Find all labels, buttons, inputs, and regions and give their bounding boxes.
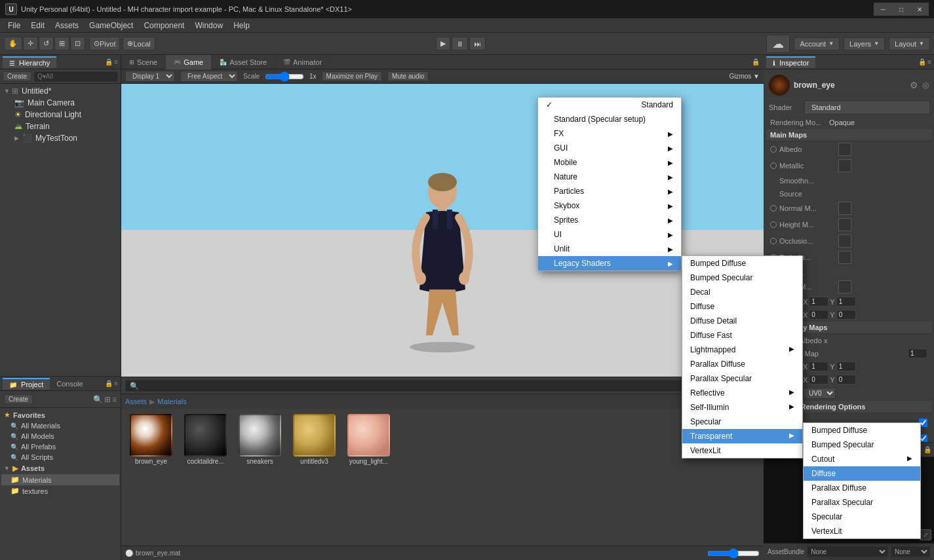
project-tab[interactable]: 📁 Project	[3, 378, 50, 390]
diffuse-detail-item[interactable]: Diffuse Detail	[682, 314, 802, 328]
shader-standard-item[interactable]: ✓ Standard	[538, 98, 681, 112]
tree-item-untitled[interactable]: ▼ ⊞ Untitled*	[1, 85, 119, 97]
hierarchy-menu[interactable]: ≡	[114, 58, 118, 65]
tiling2-y-input[interactable]	[836, 362, 856, 371]
console-tab[interactable]: Console	[50, 379, 89, 389]
inspector-menu[interactable]: ≡	[927, 58, 931, 65]
materials-folder[interactable]: 📁 Materials	[1, 474, 119, 485]
tree-item-directionallight[interactable]: ☀ Directional Light	[1, 109, 119, 121]
tiling-y-input[interactable]	[836, 297, 856, 307]
scale-slider[interactable]	[265, 73, 304, 81]
cloud-button[interactable]: ☁	[766, 35, 790, 53]
favorites-folder[interactable]: ★ Favorites	[1, 409, 119, 420]
shader-nature-item[interactable]: Nature ▶	[538, 170, 681, 184]
transparent-parallax-diffuse-item[interactable]: Parallax Diffuse	[804, 481, 920, 495]
material-select-btn[interactable]: ◎	[922, 81, 929, 90]
parallax-diffuse-item[interactable]: Parallax Diffuse	[682, 357, 802, 371]
preview-lock[interactable]: 🔒	[924, 446, 931, 453]
shader-skybox-item[interactable]: Skybox ▶	[538, 198, 681, 213]
offset2-x-input[interactable]	[809, 375, 828, 384]
inspector-tab[interactable]: ℹ Inspector	[766, 56, 815, 68]
step-button[interactable]: ⏭	[469, 37, 486, 50]
create-button[interactable]: Create	[3, 71, 31, 81]
scale-tool[interactable]: ⊞	[54, 37, 69, 50]
asset-search-input[interactable]	[125, 380, 739, 392]
all-prefabs-item[interactable]: 🔍 All Prefabs	[1, 441, 119, 452]
game-tab[interactable]: 🎮 Game	[166, 55, 212, 69]
zoom-slider[interactable]	[707, 550, 760, 557]
tiling-x-input[interactable]	[809, 297, 828, 307]
account-dropdown[interactable]: Account	[794, 37, 840, 50]
pause-button[interactable]: ⏸	[452, 37, 468, 50]
scene-tab[interactable]: ⊞ Scene	[121, 55, 166, 69]
occlusion-texture[interactable]	[838, 234, 851, 248]
self-illumin-item[interactable]: Self-Illumin ▶	[682, 400, 802, 415]
parallax-specular-item[interactable]: Parallax Specular	[682, 371, 802, 386]
diffuse-fast-item[interactable]: Diffuse Fast	[682, 328, 802, 343]
local-button[interactable]: ⊕ Local	[123, 37, 155, 50]
pivot-button[interactable]: ⊙ Pivot	[89, 37, 120, 50]
tiling2-x-input[interactable]	[809, 362, 828, 371]
albedo-texture[interactable]	[838, 143, 851, 156]
lightmapped-item[interactable]: Lightmapped ▶	[682, 343, 802, 357]
normal-map2-input[interactable]	[908, 348, 927, 358]
hierarchy-search[interactable]	[34, 71, 118, 82]
detailmask-texture[interactable]	[838, 280, 851, 293]
move-tool[interactable]: ✛	[23, 37, 38, 50]
mute-audio-btn[interactable]: Mute audio	[387, 71, 429, 81]
menu-assets[interactable]: Assets	[50, 20, 84, 31]
tree-item-maincamera[interactable]: 📷 Main Camera	[1, 97, 119, 109]
minimize-button[interactable]: ─	[874, 3, 892, 16]
rect-tool[interactable]: ⊡	[70, 37, 85, 50]
transparent-cutout-item[interactable]: Cutout ▶	[804, 452, 920, 466]
shader-ui-item[interactable]: UI ▶	[538, 227, 681, 242]
assets-root-folder[interactable]: ▼ ▶ Assets	[1, 462, 119, 474]
shader-mobile-item[interactable]: Mobile ▶	[538, 155, 681, 170]
shader-unlit-item[interactable]: Unlit ▶	[538, 242, 681, 256]
menu-file[interactable]: File	[3, 20, 26, 31]
hand-tool[interactable]: ✋	[4, 37, 22, 50]
all-materials-item[interactable]: 🔍 All Materials	[1, 420, 119, 431]
layout-dropdown[interactable]: Layout	[889, 37, 930, 50]
menu-help[interactable]: Help	[228, 20, 255, 31]
emission-texture[interactable]	[838, 251, 851, 264]
tree-item-terrain[interactable]: ⛰ Terrain	[1, 121, 119, 132]
tree-item-mytesttoon[interactable]: ▶ ⬛ MyTestToon	[1, 132, 119, 144]
shader-gui-item[interactable]: GUI ▶	[538, 141, 681, 155]
bumped-diffuse-item[interactable]: Bumped Diffuse	[682, 256, 802, 271]
asset-untitledv3[interactable]: untitledv3	[290, 414, 339, 540]
asset-young-light[interactable]: young_light...	[344, 414, 393, 540]
transparent-parallax-specular-item[interactable]: Parallax Specular	[804, 495, 920, 510]
transparent-vertexlit-item[interactable]: VertexLit	[804, 524, 920, 538]
transparent-specular-item[interactable]: Specular	[804, 510, 920, 524]
transparent-diffuse-item[interactable]: Diffuse	[804, 466, 920, 481]
material-settings-btn[interactable]: ⚙	[910, 80, 918, 90]
all-scripts-item[interactable]: 🔍 All Scripts	[1, 452, 119, 462]
close-button[interactable]: ✕	[910, 3, 929, 16]
play-button[interactable]: ▶	[436, 37, 450, 50]
bumped-specular-item[interactable]: Bumped Specular	[682, 271, 802, 285]
shader-particles-item[interactable]: Particles ▶	[538, 184, 681, 198]
transparent-bumped-specular-item[interactable]: Bumped Specular	[804, 438, 920, 452]
preview-fullscreen-btn[interactable]: ⤢	[920, 529, 931, 540]
uvset-select[interactable]: UV0 UV1	[803, 388, 836, 399]
decal-item[interactable]: Decal	[682, 285, 802, 299]
menu-edit[interactable]: Edit	[26, 20, 50, 31]
vertexlit-item[interactable]: VertexLit	[682, 443, 802, 458]
shader-fx-item[interactable]: FX ▶	[538, 126, 681, 141]
transparent-item[interactable]: Transparent ▶	[682, 429, 802, 443]
asset-brown-eye[interactable]: brown_eye	[126, 414, 176, 540]
project-create-btn[interactable]: Create	[4, 394, 33, 404]
project-lock[interactable]: 🔒	[105, 380, 113, 387]
hierarchy-lock[interactable]: 🔒	[105, 58, 113, 65]
asset-bundle-select1[interactable]: None	[807, 546, 888, 557]
hierarchy-tab[interactable]: ☰ Hierarchy	[3, 56, 56, 68]
gizmos-btn[interactable]: Gizmos ▼	[729, 73, 760, 80]
metallic-texture[interactable]	[838, 159, 851, 172]
inspector-lock[interactable]: 🔒	[918, 58, 926, 65]
shader-legacy-item[interactable]: Legacy Shaders ▶	[538, 256, 681, 271]
aspect-dropdown[interactable]: Free Aspect	[180, 71, 238, 82]
transparent-bumped-diffuse-item[interactable]: Bumped Diffuse	[804, 423, 920, 438]
asset-sneakers[interactable]: sneakers	[235, 414, 284, 540]
display-dropdown[interactable]: Display 1	[125, 71, 175, 82]
